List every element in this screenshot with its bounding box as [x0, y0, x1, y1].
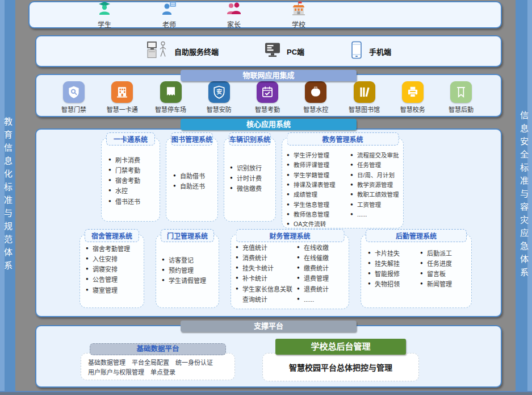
list-item: 留言板 — [420, 269, 470, 279]
base-platform-box: 基础数据管理 平台全局配置 统一身份认证 用户账户与权限管理 单点登录 — [81, 353, 235, 380]
smart-onecard-icon — [111, 81, 133, 103]
iot-item-logistics: 智慧后勤 — [438, 81, 484, 114]
list-item: 补卡统计 — [236, 273, 297, 284]
system-title: 门卫管理系统 — [161, 229, 214, 242]
support-header: 支撑平台 — [181, 321, 357, 332]
school-admin-desc-box: 智慧校园平台总体把控与管理 — [262, 353, 419, 381]
base-platform-line1: 基础数据管理 平台全局配置 统一身份认证 — [88, 358, 230, 368]
list-item: 退费统计 — [297, 284, 347, 294]
list-item: 教师评课管理 — [287, 160, 350, 170]
list-item: 流程提交及审批 — [350, 151, 402, 160]
system-items: 访客登记预约管理学生请假管理 — [156, 235, 219, 286]
system-vehicle: 车辆识别系统 识别放行计时计费微信缴费 — [224, 138, 276, 222]
system-academic: 教务管理系统 学生评分管理教师评课管理学生学籍管理排课及课表管理成绩管理学生信息… — [282, 138, 404, 228]
list-item: 在线催缴 — [297, 253, 347, 263]
list-item: 调寝安排 — [86, 264, 143, 275]
left-banner-text: 教育信息化标准与规范体系 — [2, 117, 14, 274]
list-item: 消费统计 — [236, 253, 297, 263]
list-item: 识别放行 — [230, 163, 274, 173]
list-item: 自助还书 — [173, 181, 216, 192]
iot-label: 智慧安防 — [207, 105, 232, 114]
system-items-col2: 流程提交及审批任务管理日/周、月计划教学资源管理教职工绩效管理工资管理.....… — [350, 151, 402, 230]
smart-logistics-icon — [450, 81, 472, 103]
parents-icon — [226, 1, 242, 19]
list-item: 退费管理 — [297, 273, 347, 284]
system-library: 图书管理系统 自助借书自助还书 — [166, 138, 218, 222]
list-item: 智能报修 — [368, 269, 420, 279]
list-item: 挂失解挂 — [368, 259, 420, 269]
left-banner: 教育信息化标准与规范体系 — [0, 0, 15, 391]
list-item: 在线收缴 — [297, 243, 347, 253]
iot-label: 智慧图书馆 — [349, 105, 380, 114]
list-item: 失物招领 — [368, 279, 420, 289]
terminal-label: 自助服务终端 — [174, 46, 219, 57]
system-title: 财务管理系统 — [236, 229, 344, 242]
system-items: 宿舍考勤管理入住安排调寝安排公告管理寝室管理 — [80, 235, 144, 296]
list-item: 学生信息管理 — [287, 200, 350, 210]
system-onecard: 一卡通系统 刷卡消费门禁考勤宿舍考勤水控借书还书 — [101, 138, 160, 222]
list-item: 宿舍考勤 — [108, 176, 157, 186]
base-platform-line2: 用户账户与权限管理 单点登录 — [88, 368, 230, 377]
smart-security-icon: 安 — [208, 81, 230, 103]
system-title: 图书管理系统 — [171, 132, 213, 145]
user-student: 学生 — [93, 1, 116, 29]
list-item: 公告管理 — [86, 275, 143, 285]
base-platform-title: 基础数据平台 — [90, 343, 226, 355]
pc-icon — [264, 42, 281, 60]
iot-panel: 物联网应用集成 智慧门禁 — [35, 74, 502, 117]
iot-item-onecard: 智慧一卡通 — [99, 81, 145, 114]
system-title: 一卡通系统 — [106, 132, 155, 145]
user-label: 学生 — [98, 19, 111, 29]
terminal-kiosk: 自助服务终端 — [146, 40, 219, 63]
system-items-col1: 卡片挂失挂失解挂智能报修失物招领 — [368, 248, 420, 290]
school-admin-desc: 智慧校园平台总体把控与管理 — [289, 361, 392, 373]
list-item: OA文件流转 — [287, 219, 350, 229]
list-item: 门禁考勤 — [108, 165, 157, 176]
list-item: 寝室管理 — [86, 285, 143, 296]
system-items-col2: 后勤派工任务进度留言板新闻管理 — [420, 248, 470, 290]
list-item: 教师信息管理 — [287, 210, 350, 219]
list-item: 教职工绩效管理 — [350, 190, 402, 199]
list-item: 缴费统计 — [297, 263, 347, 273]
user-school: 学校 — [287, 1, 310, 29]
list-item: 入住安排 — [86, 254, 143, 264]
terminals-panel: 自助服务终端 PC端 — [35, 35, 502, 67]
base-data-platform: 基础数据平台 基础数据管理 平台全局配置 统一身份认证 用户账户与权限管理 单点… — [81, 343, 235, 380]
user-parents: 家长 — [223, 1, 245, 29]
terminal-label: 手机端 — [369, 46, 391, 57]
list-item: 排课及课表管理 — [287, 180, 350, 190]
smart-library-icon — [354, 81, 375, 103]
list-item: 任务进度 — [420, 259, 470, 269]
system-title: 宿舍管理系统 — [85, 229, 139, 242]
system-items-col2: 在线收缴在线催缴缴费统计退费管理退费统计...... — [297, 243, 347, 305]
smart-access-icon — [63, 81, 85, 103]
iot-label: 智慧门禁 — [61, 105, 86, 114]
iot-item-affairs: 智慧校务 — [390, 81, 435, 114]
terminal-label: PC端 — [287, 46, 304, 57]
smart-attendance-icon — [257, 81, 278, 103]
iot-label: 智慧一卡通 — [107, 105, 138, 114]
right-banner: 信息安全标准与容灾应急体系 — [516, 0, 532, 391]
iot-label: 智慧校务 — [400, 105, 425, 114]
iot-item-security: 安 智慧安防 — [196, 81, 242, 114]
iot-label: 智慧后勤 — [449, 105, 474, 114]
user-label: 家长 — [227, 19, 241, 29]
smart-campus-architecture-diagram: 教育信息化标准与规范体系 信息安全标准与容灾应急体系 学生 — [0, 0, 532, 395]
system-items: 识别放行计时计费微信缴费 — [224, 138, 275, 194]
terminal-pc: PC端 — [264, 42, 304, 60]
system-finance: 财务管理系统 充值统计消费统计挂失卡统计补卡统计学生家长信息关联查询统计 在线收… — [231, 234, 349, 309]
smart-water-icon — [305, 81, 326, 103]
list-item: 访客登记 — [162, 255, 217, 265]
phone-icon — [350, 41, 363, 61]
bottom-divider — [0, 391, 532, 395]
iot-label: 智慧水控 — [303, 105, 328, 114]
list-item: 刷卡消费 — [108, 155, 157, 165]
system-title: 教务管理系统 — [287, 132, 399, 145]
system-dormitory: 宿舍管理系统 宿舍考勤管理入住安排调寝安排公告管理寝室管理 — [79, 234, 144, 308]
system-gatekeeper: 门卫管理系统 访客登记预约管理学生请假管理 — [156, 234, 219, 308]
list-item: 新闻管理 — [420, 279, 470, 289]
school-admin-title: 学校总后台管理 — [275, 339, 406, 355]
list-item: 日/周、月计划 — [350, 171, 402, 180]
iot-item-access: 智慧门禁 — [51, 81, 97, 114]
user-teacher: 老师 — [158, 1, 181, 29]
